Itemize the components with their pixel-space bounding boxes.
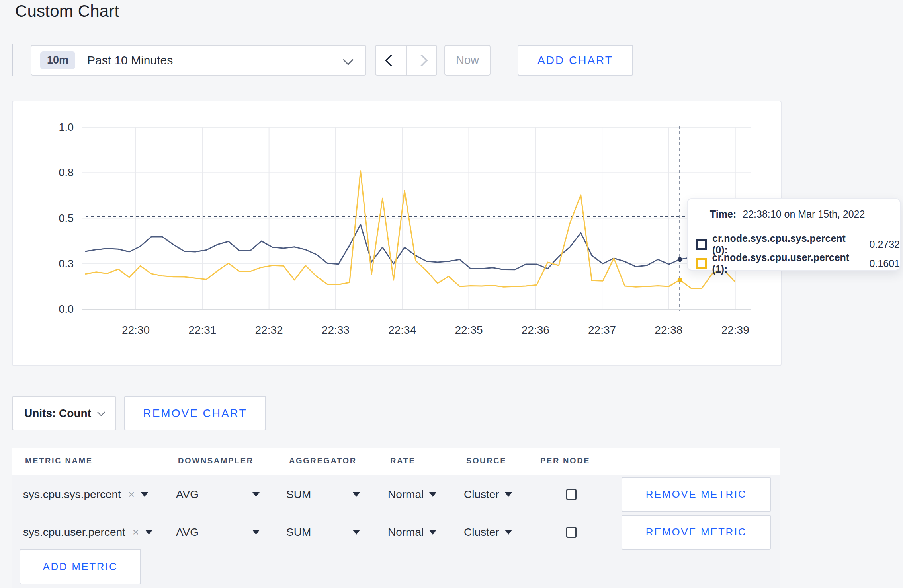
column-header: AGGREGATOR [289, 456, 357, 465]
clear-metric-icon[interactable]: × [133, 526, 139, 539]
dropdown-arrow-icon [353, 530, 360, 535]
metrics-table: METRIC NAMEDOWNSAMPLERAGGREGATORRATESOUR… [12, 448, 780, 588]
page-title: Custom Chart [15, 2, 119, 21]
tooltip-series-label: cr.node.sys.cpu.user.percent (1): [712, 252, 864, 275]
chevron-down-icon [343, 55, 354, 65]
y-tick-label: 0.8 [59, 167, 74, 179]
x-tick-label: 22:31 [188, 324, 216, 336]
dropdown-arrow-icon [145, 530, 152, 535]
dropdown-arrow-icon [252, 492, 260, 497]
source-value: Cluster [464, 488, 499, 501]
downsampler-value: AVG [176, 488, 199, 501]
x-tick-label: 22:30 [122, 324, 150, 336]
tooltip-series-value: 0.2732 [870, 239, 900, 250]
prev-time-button[interactable] [376, 46, 406, 75]
metric-name-select[interactable]: sys.cpu.user.percent × [23, 526, 152, 539]
dropdown-arrow-icon [252, 530, 260, 535]
per-node-checkbox[interactable] [566, 527, 577, 538]
remove-chart-button[interactable]: REMOVE CHART [124, 396, 266, 430]
aggregator-select[interactable]: SUM [286, 488, 360, 501]
time-nav-group [375, 45, 437, 76]
chevron-left-icon [385, 54, 397, 66]
toolbar-divider [12, 44, 13, 76]
dropdown-arrow-icon [141, 492, 148, 497]
x-tick-label: 22:39 [721, 324, 749, 336]
column-header: METRIC NAME [25, 456, 93, 465]
source-select[interactable]: Cluster [464, 526, 512, 539]
x-tick-label: 22:33 [322, 324, 350, 336]
dropdown-arrow-icon [353, 492, 360, 497]
tooltip-time-row: Time:22:38:10 on Mar 15th, 2022 [710, 208, 865, 220]
rate-select[interactable]: Normal [388, 526, 436, 539]
rate-select[interactable]: Normal [388, 488, 436, 501]
tooltip-series-value: 0.1601 [870, 258, 900, 269]
rate-value: Normal [388, 488, 424, 501]
x-tick-label: 22:34 [388, 324, 416, 336]
y-tick-label: 0.3 [59, 258, 74, 270]
chart-hover-tooltip: Time:22:38:10 on Mar 15th, 2022 cr.node.… [687, 198, 901, 271]
x-tick-label: 22:35 [455, 324, 483, 336]
aggregator-value: SUM [286, 526, 311, 539]
x-tick-label: 22:38 [655, 324, 682, 336]
x-tick-label: 22:36 [522, 324, 549, 336]
source-value: Cluster [464, 526, 499, 539]
dropdown-arrow-icon [505, 492, 512, 497]
chart-card: 0.00.30.50.81.022:3022:3122:3222:3322:34… [12, 101, 782, 366]
metrics-table-header: METRIC NAMEDOWNSAMPLERAGGREGATORRATESOUR… [12, 448, 780, 475]
source-select[interactable]: Cluster [464, 488, 512, 501]
chart-plot[interactable]: 0.00.30.50.81.022:3022:3122:3222:3322:34… [13, 101, 781, 365]
time-window-select[interactable]: 10m Past 10 Minutes [31, 45, 366, 76]
per-node-cell [566, 489, 577, 500]
downsampler-select[interactable]: AVG [176, 488, 260, 501]
add-metric-button[interactable]: ADD METRIC [20, 549, 141, 584]
hover-point [678, 278, 682, 282]
x-tick-label: 22:32 [255, 324, 283, 336]
y-tick-label: 0.5 [59, 212, 74, 224]
column-header: PER NODE [540, 456, 590, 465]
aggregator-select[interactable]: SUM [286, 526, 360, 539]
aggregator-value: SUM [286, 488, 311, 501]
units-select[interactable]: Units: Count [12, 396, 116, 430]
chevron-down-icon [97, 408, 105, 416]
now-button[interactable]: Now [444, 45, 491, 76]
series-swatch-icon [696, 239, 707, 250]
metric-row: sys.cpu.user.percent × AVG SUM Normal Cl… [12, 513, 780, 551]
metric-name-label: sys.cpu.sys.percent [23, 488, 121, 501]
hover-point [678, 257, 682, 262]
tooltip-series-row: cr.node.sys.cpu.user.percent (1): 0.1601 [696, 252, 900, 275]
downsampler-value: AVG [176, 526, 199, 539]
downsampler-select[interactable]: AVG [176, 526, 260, 539]
series-line [85, 224, 735, 270]
per-node-checkbox[interactable] [566, 489, 577, 500]
column-header: DOWNSAMPLER [178, 456, 254, 465]
y-tick-label: 0.0 [59, 303, 74, 315]
dropdown-arrow-icon [429, 492, 436, 497]
series-swatch-icon [696, 258, 707, 269]
y-tick-label: 1.0 [59, 121, 74, 133]
column-header: SOURCE [466, 456, 506, 465]
remove-metric-button[interactable]: REMOVE METRIC [622, 477, 771, 512]
series-line [85, 171, 735, 288]
column-header: RATE [390, 456, 415, 465]
clear-metric-icon[interactable]: × [128, 488, 135, 501]
remove-metric-button[interactable]: REMOVE METRIC [622, 515, 771, 550]
chevron-right-icon [415, 54, 428, 66]
time-window-label: Past 10 Minutes [87, 54, 173, 67]
per-node-cell [566, 527, 577, 538]
next-time-button[interactable] [406, 46, 436, 75]
x-tick-label: 22:37 [588, 324, 616, 336]
metric-name-select[interactable]: sys.cpu.sys.percent × [23, 488, 148, 501]
metric-row: sys.cpu.sys.percent × AVG SUM Normal Clu… [12, 475, 780, 513]
dropdown-arrow-icon [505, 530, 512, 535]
rate-value: Normal [388, 526, 424, 539]
dropdown-arrow-icon [429, 530, 436, 535]
units-label: Units: Count [24, 407, 91, 420]
add-chart-button[interactable]: ADD CHART [518, 45, 633, 76]
custom-chart-page: Custom Chart 10m Past 10 Minutes Now ADD… [0, 0, 903, 588]
tooltip-time-value: 22:38:10 on Mar 15th, 2022 [743, 208, 865, 220]
time-window-badge: 10m [40, 51, 75, 69]
metric-name-label: sys.cpu.user.percent [23, 526, 125, 539]
tooltip-time-label: Time: [710, 208, 736, 220]
